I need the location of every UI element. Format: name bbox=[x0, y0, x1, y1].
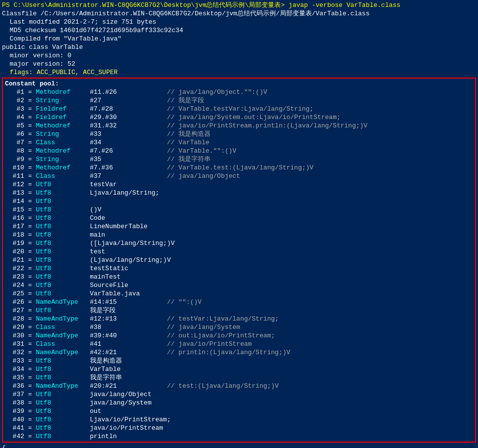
table-row: #2 = String #27 // 我是字段 bbox=[5, 96, 473, 105]
table-row: #42 = Utf8 println bbox=[5, 432, 473, 441]
table-row: #11 = Class #37 // java/lang/Object bbox=[5, 172, 473, 180]
constant-pool-section: Constant pool: #1 = Methodref #11.#26 //… bbox=[2, 78, 476, 443]
table-row: #17 = Utf8 LineNumberTable bbox=[5, 222, 473, 231]
table-row: #12 = Utf8 testVar bbox=[5, 180, 473, 189]
table-row: #29 = Class #38 // java/lang/System bbox=[5, 323, 473, 331]
entries-container: #1 = Methodref #11.#26 // java/lang/Obje… bbox=[5, 88, 473, 441]
table-row: #3 = Fieldref #7.#28 // VarTable.testVar… bbox=[5, 105, 473, 113]
table-row: #4 = Fieldref #29.#30 // java/lang/Syste… bbox=[5, 113, 473, 122]
table-row: #16 = Utf8 Code bbox=[5, 214, 473, 222]
table-row: #30 = NameAndType #39:#40 // out:Ljava/i… bbox=[5, 331, 473, 340]
table-row: #36 = NameAndType #20:#21 // test:(Ljava… bbox=[5, 382, 473, 390]
table-row: #32 = NameAndType #42:#21 // println:(Lj… bbox=[5, 348, 473, 357]
header-line-2: Classfile /C:/Users/Administrator.WIN-C8… bbox=[2, 9, 476, 18]
table-row: #23 = Utf8 mainTest bbox=[5, 273, 473, 281]
table-row: #19 = Utf8 ([Ljava/lang/String;)V bbox=[5, 239, 473, 247]
table-row: #31 = Class #41 // java/io/PrintStream bbox=[5, 340, 473, 348]
header-line-5: Compiled from "VarTable.java" bbox=[2, 35, 476, 43]
table-row: #1 = Methodref #11.#26 // java/lang/Obje… bbox=[5, 88, 473, 96]
header-flags: flags: ACC_PUBLIC, ACC_SUPER bbox=[2, 68, 476, 77]
header-line-1: PS C:\Users\Administrator.WIN-C8QG6KCB7G… bbox=[2, 1, 476, 9]
table-row: #24 = Utf8 SourceFile bbox=[5, 281, 473, 289]
terminal: PS C:\Users\Administrator.WIN-C8QG6KCB7G… bbox=[0, 0, 478, 448]
table-row: #21 = Utf8 (Ljava/lang/String;)V bbox=[5, 256, 473, 264]
table-row: #9 = String #35 // 我是字符串 bbox=[5, 155, 473, 163]
table-row: #34 = Utf8 VarTable bbox=[5, 365, 473, 373]
header-line-6: public class VarTable bbox=[2, 43, 476, 51]
table-row: #20 = Utf8 test bbox=[5, 247, 473, 256]
header-line-3: Last modified 2021-2-7; size 751 bytes bbox=[2, 18, 476, 26]
table-row: #10 = Methodref #7.#36 // VarTable.test:… bbox=[5, 163, 473, 172]
table-row: #28 = NameAndType #12:#13 // testVar:Lja… bbox=[5, 315, 473, 323]
table-row: #7 = Class #34 // VarTable bbox=[5, 138, 473, 147]
header-line-7: minor version: 0 bbox=[2, 51, 476, 60]
table-row: #35 = Utf8 我是字符串 bbox=[5, 373, 473, 382]
table-row: #27 = Utf8 我是字段 bbox=[5, 306, 473, 315]
table-row: #18 = Utf8 main bbox=[5, 231, 473, 239]
table-row: #40 = Utf8 Ljava/io/PrintStream; bbox=[5, 415, 473, 424]
header-line-4: MD5 checksum 14601d67f42721d695b9aff333c… bbox=[2, 26, 476, 35]
table-row: #22 = Utf8 testStatic bbox=[5, 264, 473, 273]
table-row: #5 = Methodref #31.#32 // java/io/PrintS… bbox=[5, 122, 473, 130]
table-row: #33 = Utf8 我是构造器 bbox=[5, 357, 473, 365]
table-row: #38 = Utf8 java/lang/System bbox=[5, 399, 473, 407]
table-row: #25 = Utf8 VarTable.java bbox=[5, 289, 473, 298]
table-row: #41 = Utf8 java/io/PrintStream bbox=[5, 424, 473, 432]
table-row: #26 = NameAndType #14:#15 // "":()V bbox=[5, 298, 473, 306]
table-row: #8 = Methodref #7.#26 // VarTable."":()V bbox=[5, 147, 473, 155]
table-row: #15 = Utf8 ()V bbox=[5, 205, 473, 214]
header-line-8: major version: 52 bbox=[2, 60, 476, 68]
table-row: #37 = Utf8 java/lang/Object bbox=[5, 390, 473, 399]
table-row: #6 = String #33 // 我是构造器 bbox=[5, 130, 473, 138]
table-row: #14 = Utf8 bbox=[5, 197, 473, 205]
table-row: #39 = Utf8 out bbox=[5, 407, 473, 415]
table-row: #13 = Utf8 Ljava/lang/String; bbox=[5, 189, 473, 197]
constant-pool-label: Constant pool: bbox=[5, 80, 473, 88]
footer-brace: { bbox=[2, 444, 476, 448]
